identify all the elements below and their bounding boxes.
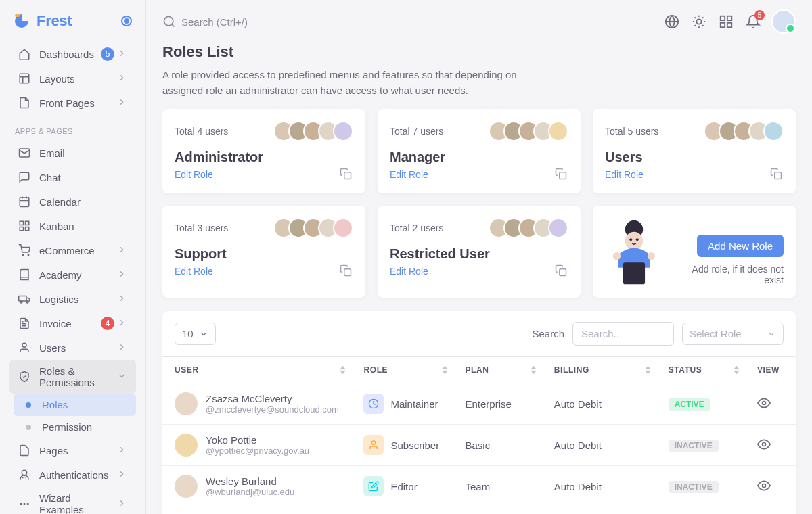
search-icon bbox=[162, 15, 176, 28]
dot-icon bbox=[26, 402, 31, 408]
svg-rect-10 bbox=[19, 296, 26, 302]
sidebar-item-academy[interactable]: Academy bbox=[9, 262, 136, 287]
user-name[interactable]: Yoko Pottie bbox=[206, 434, 309, 446]
copy-icon[interactable] bbox=[555, 168, 568, 181]
avatar-stack bbox=[489, 121, 568, 141]
avatar-icon bbox=[333, 218, 353, 238]
avatar-icon bbox=[548, 121, 568, 141]
search-input[interactable] bbox=[572, 322, 674, 346]
home-icon bbox=[18, 47, 31, 61]
sidebar-item-calendar[interactable]: Calendar bbox=[9, 189, 136, 214]
sort-icon bbox=[734, 366, 740, 375]
role-name: Manager bbox=[390, 149, 568, 165]
add-new-role-button[interactable]: Add New Role bbox=[697, 235, 784, 257]
svg-point-20 bbox=[696, 19, 701, 24]
sidebar-item-chat[interactable]: Chat bbox=[9, 165, 136, 189]
edit-role-link[interactable]: Edit Role bbox=[390, 266, 428, 277]
col-status[interactable]: STATUS bbox=[656, 357, 745, 383]
edit-role-link[interactable]: Edit Role bbox=[175, 169, 213, 180]
copy-icon[interactable] bbox=[555, 264, 568, 278]
sidebar-item-wizard[interactable]: Wizard Examples bbox=[9, 487, 136, 514]
chevron-right-icon bbox=[117, 73, 128, 84]
svg-point-35 bbox=[613, 252, 621, 260]
sidebar-item-pages[interactable]: Pages bbox=[9, 438, 136, 463]
shield-icon bbox=[18, 370, 31, 383]
sidebar-item-email[interactable]: Email bbox=[9, 141, 136, 165]
svg-rect-23 bbox=[727, 23, 731, 27]
theme-icon[interactable] bbox=[690, 13, 708, 30]
view-button[interactable] bbox=[757, 396, 771, 410]
sidebar-pin-icon[interactable] bbox=[121, 16, 132, 26]
col-plan[interactable]: PLAN bbox=[453, 357, 542, 383]
table-row: Wesley Burland@wburlandj@uiuc.edu Editor… bbox=[162, 466, 796, 507]
svg-rect-6 bbox=[26, 227, 29, 231]
plan-cell: Basic bbox=[453, 425, 542, 466]
status-badge: INACTIVE bbox=[669, 440, 719, 452]
brand-name: Frest bbox=[37, 12, 72, 30]
role-filter-select[interactable]: Select Role bbox=[682, 323, 784, 345]
user-avatar[interactable] bbox=[771, 9, 796, 34]
sidebar-item-invoice[interactable]: Invoice4 bbox=[9, 311, 136, 335]
role-label: Editor bbox=[390, 481, 417, 492]
page-description: A role provided access to predefined men… bbox=[162, 68, 541, 98]
svg-point-31 bbox=[625, 232, 643, 250]
svg-point-12 bbox=[26, 301, 28, 303]
role-card: Total 3 users Support Edit Role bbox=[162, 206, 365, 298]
avatar-icon bbox=[333, 121, 353, 141]
sidebar-item-layouts[interactable]: Layouts bbox=[9, 66, 136, 91]
copy-icon[interactable] bbox=[340, 168, 353, 181]
sidebar-subitem-roles[interactable]: Roles bbox=[14, 394, 136, 416]
page-size-select[interactable]: 10 bbox=[175, 323, 216, 345]
apps-icon[interactable] bbox=[717, 13, 735, 30]
main: Search (Ctrl+/) 5 Roles List A role prov… bbox=[146, 0, 812, 514]
notifications-icon[interactable]: 5 bbox=[744, 13, 762, 30]
copy-icon[interactable] bbox=[340, 264, 353, 278]
user-name[interactable]: Wesley Burland bbox=[206, 475, 294, 487]
col-role[interactable]: ROLE bbox=[351, 357, 453, 383]
search-trigger[interactable]: Search (Ctrl+/) bbox=[162, 15, 248, 28]
truck-icon bbox=[18, 292, 31, 306]
add-role-card: Add New Role Add role, if it does not ex… bbox=[593, 206, 796, 298]
chevron-right-icon bbox=[117, 469, 128, 480]
sidebar-item-authentications[interactable]: Authentications bbox=[9, 463, 136, 487]
col-billing[interactable]: BILLING bbox=[542, 357, 656, 383]
avatar-stack bbox=[489, 218, 568, 238]
svg-point-40 bbox=[762, 442, 765, 446]
svg-point-32 bbox=[629, 238, 632, 241]
sidebar-item-kanban[interactable]: Kanban bbox=[9, 214, 136, 238]
calendar-icon bbox=[18, 195, 31, 208]
sidebar-item-dashboards[interactable]: Dashboards 5 bbox=[9, 42, 136, 66]
edit-icon bbox=[363, 476, 384, 496]
brand-logo-icon bbox=[14, 13, 30, 29]
mail-icon bbox=[18, 146, 31, 160]
edit-role-link[interactable]: Edit Role bbox=[175, 266, 213, 277]
total-users: Total 2 users bbox=[390, 223, 443, 233]
notification-badge: 5 bbox=[754, 10, 765, 20]
chat-icon bbox=[18, 170, 31, 184]
sidebar-item-ecommerce[interactable]: eCommerce bbox=[9, 238, 136, 262]
view-button[interactable] bbox=[757, 479, 771, 492]
svg-rect-4 bbox=[20, 221, 23, 225]
user-avatar-icon bbox=[175, 475, 198, 498]
sidebar-item-front-pages[interactable]: Front Pages bbox=[9, 91, 136, 115]
sidebar-subitem-permission[interactable]: Permission bbox=[14, 416, 136, 438]
svg-rect-27 bbox=[775, 172, 782, 179]
language-icon[interactable] bbox=[663, 13, 681, 30]
table-row: Zsazsa McCleverty@zmcclevertye@soundclou… bbox=[162, 383, 796, 425]
copy-icon[interactable] bbox=[770, 168, 784, 181]
col-user[interactable]: USER bbox=[162, 357, 351, 383]
svg-rect-1 bbox=[20, 74, 29, 83]
edit-role-link[interactable]: Edit Role bbox=[605, 169, 644, 180]
avatar-icon bbox=[548, 218, 568, 238]
sidebar-item-roles-permissions[interactable]: Roles & Permissions bbox=[9, 360, 136, 394]
lock-icon bbox=[18, 468, 31, 482]
sidebar-item-logistics[interactable]: Logistics bbox=[9, 287, 136, 311]
svg-point-15 bbox=[20, 503, 22, 505]
avatar-icon bbox=[763, 121, 784, 141]
edit-role-link[interactable]: Edit Role bbox=[390, 169, 428, 180]
grid-icon bbox=[18, 219, 31, 233]
sidebar-item-users[interactable]: Users bbox=[9, 335, 136, 360]
view-button[interactable] bbox=[757, 438, 771, 451]
role-card: Total 5 users Users Edit Role bbox=[593, 109, 796, 193]
user-name[interactable]: Zsazsa McCleverty bbox=[206, 393, 339, 404]
